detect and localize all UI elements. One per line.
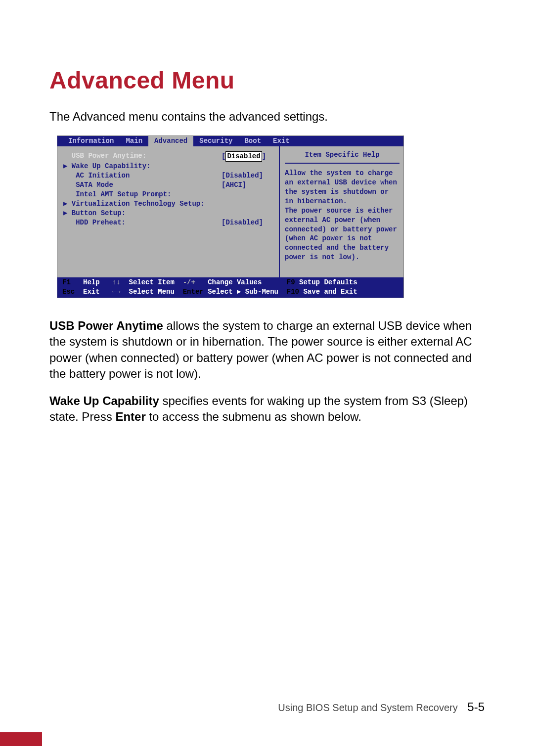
key-updown: ↑↓ — [112, 278, 121, 287]
bios-item-intel-amt[interactable]: Intel AMT Setup Prompt: — [63, 190, 273, 199]
bios-tab-advanced[interactable]: Advanced — [148, 136, 193, 146]
page-title: Advanced Menu — [49, 67, 485, 94]
intro-paragraph: The Advanced menu contains the advanced … — [49, 109, 485, 125]
bios-items-panel: USB Power Anytime: [Disabled] ▶ Wake Up … — [57, 146, 279, 277]
bios-item-usb-power-anytime[interactable]: USB Power Anytime: [Disabled] — [63, 151, 273, 162]
usb-power-anytime-paragraph: USB Power Anytime allows the system to c… — [49, 318, 485, 382]
label-select-item: Select Item — [129, 278, 174, 287]
label-select-menu: Select Menu — [129, 287, 174, 297]
bios-help-title: Item Specific Help — [285, 150, 400, 164]
label-save-exit: Save and Exit — [303, 287, 357, 297]
bios-tab-security[interactable]: Security — [193, 136, 238, 146]
key-leftright: ←→ — [112, 287, 121, 297]
bios-footer-row1: F1 Help ↑↓ Select Item -/+ Change Values… — [62, 278, 399, 287]
bios-item-wake-up-capability[interactable]: ▶ Wake Up Capability: — [63, 162, 273, 171]
bios-footer: F1 Help ↑↓ Select Item -/+ Change Values… — [57, 277, 403, 298]
key-minusplus: -/+ — [183, 278, 195, 287]
bios-item-virtualization[interactable]: ▶ Virtualization Technology Setup: — [63, 199, 273, 209]
bios-body: USB Power Anytime: [Disabled] ▶ Wake Up … — [57, 146, 403, 277]
bios-item-label: ▶ Wake Up Capability: — [63, 162, 222, 171]
key-enter: Enter — [183, 287, 204, 297]
label-help: Help — [83, 278, 100, 287]
page-footer: Using BIOS Setup and System Recovery 5-5 — [278, 700, 485, 714]
bios-tab-bar: Information Main Advanced Security Boot … — [57, 136, 403, 146]
bios-item-label: ▶ Virtualization Technology Setup: — [63, 199, 222, 209]
bios-tab-boot[interactable]: Boot — [238, 136, 267, 146]
page-container: Advanced Menu The Advanced menu contains… — [0, 0, 534, 756]
term-enter: Enter — [115, 410, 145, 423]
key-f1: F1 — [62, 278, 71, 287]
bios-tab-information[interactable]: Information — [62, 136, 120, 146]
bios-item-value: [AHCI] — [222, 180, 246, 190]
key-f10: F10 — [287, 287, 299, 297]
label-select-submenu: Select ▶ Sub-Menu — [208, 287, 278, 297]
bios-item-label: ▶ Button Setup: — [63, 209, 222, 218]
bios-item-label: Intel AMT Setup Prompt: — [63, 190, 222, 199]
key-f9: F9 — [287, 278, 295, 287]
bios-item-hdd-preheat[interactable]: HDD Preheat: [Disabled] — [63, 218, 273, 227]
label-change-values: Change Values — [208, 278, 262, 287]
footer-page-number: 5-5 — [467, 700, 485, 713]
key-esc: Esc — [62, 287, 75, 297]
bios-item-value: [Disabled] — [222, 171, 263, 180]
footer-text: Using BIOS Setup and System Recovery — [278, 702, 458, 713]
bios-item-label: USB Power Anytime: — [63, 151, 222, 162]
para2-tail: to access the submenu as shown below. — [146, 410, 361, 423]
bios-item-label: HDD Preheat: — [63, 218, 222, 227]
bios-item-value: [Disabled] — [222, 151, 266, 162]
bios-item-button-setup[interactable]: ▶ Button Setup: — [63, 209, 273, 218]
term-usb-power-anytime: USB Power Anytime — [49, 319, 163, 332]
label-setup-defaults: Setup Defaults — [299, 278, 357, 287]
bios-item-sata-mode[interactable]: SATA Mode [AHCI] — [63, 180, 273, 190]
bios-item-value: [Disabled] — [222, 218, 263, 227]
label-exit: Exit — [83, 287, 100, 297]
bios-item-ac-initiation[interactable]: AC Initiation [Disabled] — [63, 171, 273, 180]
term-wake-up-capability: Wake Up Capability — [49, 394, 159, 407]
bios-footer-row2: Esc Exit ←→ Select Menu Enter Select ▶ S… — [62, 287, 399, 297]
bios-tab-exit[interactable]: Exit — [267, 136, 296, 146]
bios-item-label: SATA Mode — [63, 180, 222, 190]
decorative-red-strip — [0, 732, 42, 746]
wake-up-capability-paragraph: Wake Up Capability specifies events for … — [49, 393, 485, 425]
bios-help-text: Allow the system to charge an external U… — [285, 169, 400, 262]
bios-item-label: AC Initiation — [63, 171, 222, 180]
bios-screenshot: Information Main Advanced Security Boot … — [57, 135, 404, 298]
bios-tab-main[interactable]: Main — [120, 136, 148, 146]
bios-help-panel: Item Specific Help Allow the system to c… — [279, 146, 403, 277]
